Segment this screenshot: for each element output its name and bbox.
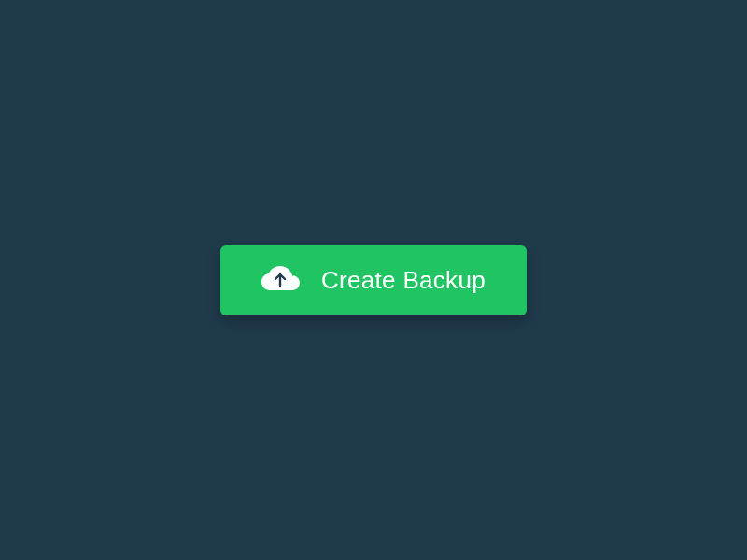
create-backup-button[interactable]: Create Backup [220,245,527,315]
create-backup-label: Create Backup [321,266,486,295]
cloud-upload-icon [261,266,301,294]
